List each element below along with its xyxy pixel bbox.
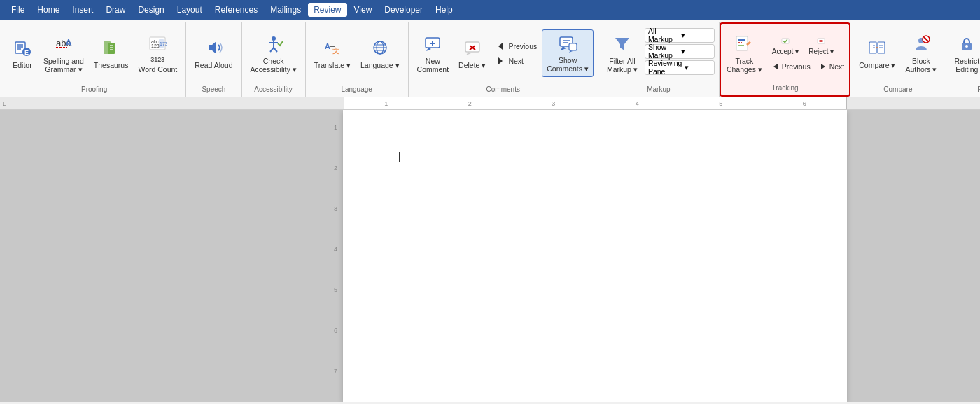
svg-rect-53	[782, 38, 789, 43]
block-authors-button[interactable]: BlockAuthors ▾	[901, 29, 941, 77]
ribbon-content: E Editor abc Spelling	[0, 20, 980, 97]
read-aloud-label: Read Aloud	[195, 61, 232, 70]
previous-comment-icon	[495, 41, 506, 52]
menu-view[interactable]: View	[349, 3, 378, 17]
svg-marker-43	[561, 46, 566, 50]
block-authors-icon	[910, 32, 932, 55]
previous-comment-label: Previous	[508, 42, 537, 50]
word-count-button[interactable]: abc 123 173 3123 Word Count	[134, 29, 181, 77]
svg-rect-49	[736, 36, 748, 50]
menu-references[interactable]: References	[209, 3, 263, 17]
margin-num-6: 6	[334, 327, 337, 334]
compare-button[interactable]: Compare ▾	[855, 29, 899, 77]
next-comment-button[interactable]: Next	[491, 54, 540, 68]
speech-group-label: Speech	[202, 83, 225, 95]
prev-next-comment-col: Previous Next	[491, 39, 540, 68]
menu-home[interactable]: Home	[31, 3, 65, 17]
group-protect: RestrictEditing Hide Ink ▾ Protect	[946, 22, 981, 97]
track-changes-button[interactable]: TrackChanges ▾	[722, 29, 766, 77]
svg-marker-48	[615, 38, 629, 50]
group-comments: NewComment Delete ▾	[409, 22, 598, 97]
restrict-editing-label: RestrictEditing	[955, 57, 980, 74]
thesaurus-button[interactable]: Thesaurus	[90, 29, 133, 77]
menu-draw[interactable]: Draw	[100, 3, 131, 17]
proofing-buttons: E Editor abc Spelling	[7, 24, 181, 83]
svg-text:A: A	[325, 42, 330, 50]
check-accessibility-button[interactable]: CheckAccessibility ▾	[246, 29, 301, 77]
language-button[interactable]: Language ▾	[356, 29, 404, 77]
accept-icon	[779, 36, 792, 46]
reject-button[interactable]: Reject ▾	[804, 34, 838, 59]
accessibility-group-label: Accessibility	[254, 83, 292, 95]
speech-buttons: Read Aloud	[190, 24, 237, 83]
reviewing-pane-select[interactable]: Reviewing Pane ▾	[645, 60, 715, 75]
text-cursor	[399, 152, 400, 162]
menu-layout[interactable]: Layout	[172, 3, 208, 17]
show-markup-label: Show Markup	[648, 43, 678, 60]
thesaurus-label: Thesaurus	[94, 61, 129, 70]
read-aloud-icon	[202, 36, 225, 59]
spelling-grammar-button[interactable]: abc Spelling andGrammar ▾	[39, 29, 88, 77]
menu-help[interactable]: Help	[430, 3, 458, 17]
ruler: L -1--2--3--4--5--6-	[0, 97, 980, 110]
group-language: A 文 Translate ▾	[306, 22, 409, 97]
thesaurus-icon	[100, 36, 122, 59]
comments-group-label: Comments	[486, 83, 520, 95]
delete-button[interactable]: Delete ▾	[454, 29, 490, 77]
document-page[interactable]	[343, 110, 847, 402]
markup-inner: Filter AllMarkup ▾ All Markup ▾ Show Mar…	[603, 24, 715, 83]
reviewing-pane-label: Reviewing Pane	[648, 59, 682, 76]
menu-review[interactable]: Review	[308, 3, 346, 17]
protect-group-label: Protect	[977, 83, 980, 95]
track-changes-label: TrackChanges ▾	[727, 57, 762, 74]
filter-all-markup-button[interactable]: Filter AllMarkup ▾	[603, 29, 642, 77]
show-markup-select[interactable]: Show Markup ▾	[645, 44, 715, 59]
group-tracking: TrackChanges ▾ Accept ▾	[720, 22, 850, 97]
menu-developer[interactable]: Developer	[379, 3, 428, 17]
show-comments-button[interactable]: ShowComments ▾	[542, 29, 594, 77]
svg-line-24	[274, 48, 277, 52]
next-change-label: Next	[830, 62, 845, 71]
next-change-button[interactable]: Next	[816, 60, 848, 74]
menu-design[interactable]: Design	[132, 3, 169, 17]
svg-marker-55	[774, 64, 778, 69]
language-icon	[369, 36, 391, 59]
read-aloud-button[interactable]: Read Aloud	[190, 29, 237, 77]
proofing-group-label: Proofing	[81, 83, 107, 95]
translate-button[interactable]: A 文 Translate ▾	[310, 29, 355, 77]
svg-marker-56	[821, 64, 825, 69]
previous-change-button[interactable]: Previous	[768, 60, 814, 74]
left-margin: 1 2 3 4 5 6 7	[0, 110, 343, 402]
ribbon: E Editor abc Spelling	[0, 20, 980, 97]
previous-comment-button[interactable]: Previous	[491, 39, 540, 53]
restrict-editing-button[interactable]: RestrictEditing	[951, 29, 981, 77]
translate-label: Translate ▾	[314, 61, 351, 70]
svg-text:文: 文	[332, 47, 340, 55]
language-buttons: A 文 Translate ▾	[310, 24, 404, 83]
reject-label: Reject ▾	[808, 48, 834, 56]
menu-insert[interactable]: Insert	[66, 3, 99, 17]
track-changes-icon	[733, 32, 755, 55]
margin-num-5: 5	[334, 286, 337, 293]
margin-num-3: 3	[334, 205, 337, 212]
menu-mailings[interactable]: Mailings	[265, 3, 307, 17]
restrict-editing-icon	[955, 32, 978, 55]
all-markup-select[interactable]: All Markup ▾	[645, 28, 715, 43]
editor-icon: E	[11, 36, 34, 59]
filter-markup-icon	[611, 32, 634, 55]
new-comment-icon	[421, 32, 444, 55]
accessibility-icon	[262, 32, 285, 55]
markup-group-label: Markup	[647, 83, 670, 95]
menu-bar: File Home Insert Draw Design Layout Refe…	[0, 0, 980, 20]
editor-label: Editor	[13, 61, 31, 70]
compare-group-label: Compare	[883, 83, 912, 95]
new-comment-button[interactable]: NewComment	[413, 29, 454, 77]
editor-button[interactable]: E Editor	[7, 29, 38, 77]
menu-file[interactable]: File	[6, 3, 30, 17]
svg-point-68	[965, 45, 968, 48]
group-compare: Compare ▾ BlockAuthors ▾ Compare	[850, 22, 946, 97]
right-margin	[847, 110, 980, 402]
accept-button[interactable]: Accept ▾	[768, 34, 803, 59]
margin-num-1: 1	[334, 124, 337, 131]
delete-icon	[461, 36, 484, 59]
